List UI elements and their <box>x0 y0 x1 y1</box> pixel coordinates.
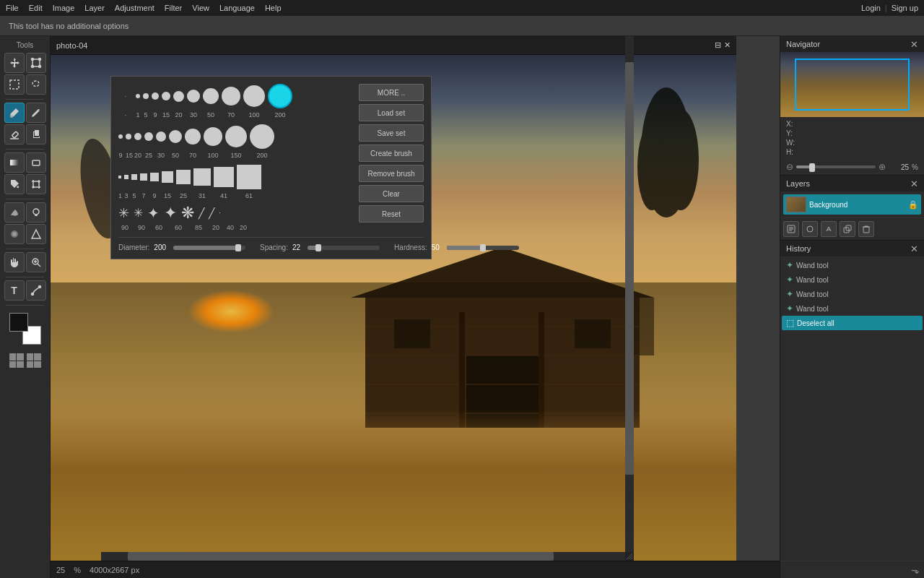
shape-tool[interactable] <box>26 152 46 173</box>
sharpen-tool[interactable] <box>26 224 46 244</box>
menu-layer[interactable]: Layer <box>84 4 105 12</box>
brush-size-9[interactable] <box>243 85 265 107</box>
brush-size-6[interactable] <box>187 90 200 103</box>
login-link[interactable]: Login <box>861 4 881 12</box>
brush-size-2[interactable] <box>143 93 149 99</box>
brush-size-4[interactable] <box>162 92 170 100</box>
dodge-tool[interactable] <box>26 202 46 223</box>
svg-rect-7 <box>12 131 18 138</box>
horizontal-scrollbar[interactable] <box>101 552 634 561</box>
brush-size-8[interactable] <box>222 87 240 105</box>
brush-size-1[interactable] <box>136 94 140 98</box>
brush-size-10-selected[interactable] <box>268 84 292 108</box>
layer-mask-button[interactable] <box>802 221 818 237</box>
history-item-2[interactable]: ✦ Wand tool <box>782 272 923 287</box>
zoom-down-icon[interactable]: ⊖ <box>786 162 793 172</box>
hardness-slider[interactable] <box>447 246 519 250</box>
zoom-up-icon[interactable]: ⊕ <box>879 162 886 172</box>
menu-adjustment[interactable]: Adjustment <box>115 4 154 12</box>
menu-filter[interactable]: Filter <box>165 4 182 12</box>
svg-point-42 <box>637 124 666 210</box>
layer-copy-button[interactable] <box>840 221 855 237</box>
layers-close-button[interactable]: ✕ <box>910 178 918 189</box>
history-item-3[interactable]: ✦ Wand tool <box>782 287 923 301</box>
grid-icon-1[interactable] <box>9 353 24 368</box>
right-panel: Navigator ✕ X: Y: W: H: ⊖ <box>780 36 924 578</box>
svg-rect-5 <box>10 80 19 89</box>
crop-tool[interactable] <box>26 174 46 194</box>
brush-size-5[interactable] <box>173 91 184 102</box>
brush-popup: · · 1 <box>110 76 432 259</box>
more-button[interactable]: MORE .. <box>359 84 424 101</box>
menu-language[interactable]: Language <box>219 4 255 12</box>
history-title: History <box>786 244 811 253</box>
svg-rect-14 <box>35 215 38 216</box>
grid-icon-2[interactable] <box>27 353 41 368</box>
layers-title: Layers <box>786 179 810 188</box>
text-tool[interactable]: T <box>4 280 25 301</box>
move-tool[interactable] <box>4 53 25 73</box>
brush-tool[interactable] <box>4 103 25 123</box>
history-close-button[interactable]: ✕ <box>910 243 918 254</box>
path-tool[interactable] <box>26 280 46 301</box>
remove-brush-button[interactable]: Remove brush <box>359 165 424 182</box>
svg-point-6 <box>10 115 13 118</box>
clear-button[interactable]: Clear <box>359 185 424 202</box>
nav-x-value <box>853 120 919 128</box>
zoom-tool[interactable] <box>26 252 46 272</box>
history-trash-icon[interactable]: ⬎ <box>911 564 920 576</box>
canvas-dimensions: 4000x2667 px <box>90 566 139 574</box>
svg-line-19 <box>38 264 40 267</box>
canvas-area: · · 1 <box>51 36 780 578</box>
history-item-1[interactable]: ✦ Wand tool <box>782 258 923 272</box>
spacing-slider[interactable] <box>308 246 380 250</box>
gradient-tool[interactable] <box>4 152 25 173</box>
zoom-slider[interactable] <box>796 165 876 168</box>
menu-help[interactable]: Help <box>265 4 282 12</box>
history-item-4[interactable]: ✦ Wand tool <box>782 301 923 316</box>
lasso-tool[interactable] <box>26 74 46 95</box>
menu-image[interactable]: Image <box>53 4 75 12</box>
menu-file[interactable]: File <box>6 4 19 12</box>
signup-link[interactable]: Sign up <box>892 4 918 12</box>
fill-tool[interactable] <box>4 174 25 194</box>
reset-button[interactable]: Reset <box>359 205 424 223</box>
rect-select[interactable] <box>4 74 25 95</box>
history-item-5[interactable]: ⬚ Deselect all <box>782 316 923 330</box>
layer-item-background[interactable]: Background 🔒 <box>783 194 921 215</box>
navigator-close-button[interactable]: ✕ <box>910 39 918 50</box>
nav-y-label: Y: <box>786 129 852 137</box>
navigator-viewport-rect <box>795 59 910 111</box>
save-set-button[interactable]: Save set <box>359 124 424 142</box>
lock-icon: 🔒 <box>908 200 918 210</box>
brush-size-7[interactable] <box>203 88 219 104</box>
diameter-slider[interactable] <box>173 246 245 250</box>
blur-tool[interactable] <box>4 224 25 244</box>
menu-edit[interactable]: Edit <box>29 4 43 12</box>
diameter-label: Diameter: <box>118 243 149 251</box>
load-set-button[interactable]: Load set <box>359 104 424 121</box>
brush-size-3[interactable] <box>152 92 159 100</box>
svg-point-11 <box>32 186 34 188</box>
menu-view[interactable]: View <box>192 4 209 12</box>
navigator-preview[interactable] <box>780 52 924 117</box>
smudge-tool[interactable] <box>4 202 25 223</box>
vertical-scrollbar[interactable] <box>625 36 634 552</box>
layers-panel: Layers ✕ Background 🔒 <box>780 176 924 241</box>
clone-tool[interactable] <box>26 124 46 144</box>
hand-tool[interactable] <box>4 252 25 272</box>
create-brush-button[interactable]: Create brush <box>359 144 424 162</box>
canvas-maximize-button[interactable]: ⊟ <box>715 40 721 50</box>
layer-delete-button[interactable] <box>858 221 874 237</box>
pen-tool[interactable] <box>26 103 46 123</box>
svg-point-22 <box>31 293 33 296</box>
layer-settings-button[interactable] <box>783 221 799 237</box>
fg-color-swatch[interactable] <box>9 313 28 332</box>
layers-list: Background 🔒 <box>780 191 924 217</box>
spacing-value: 22 <box>292 243 300 251</box>
svg-point-43 <box>663 109 699 210</box>
layer-effect-button[interactable] <box>821 221 837 237</box>
transform-tool[interactable] <box>26 53 46 73</box>
canvas-close-button[interactable]: ✕ <box>724 40 731 50</box>
eraser-tool[interactable] <box>4 124 25 144</box>
